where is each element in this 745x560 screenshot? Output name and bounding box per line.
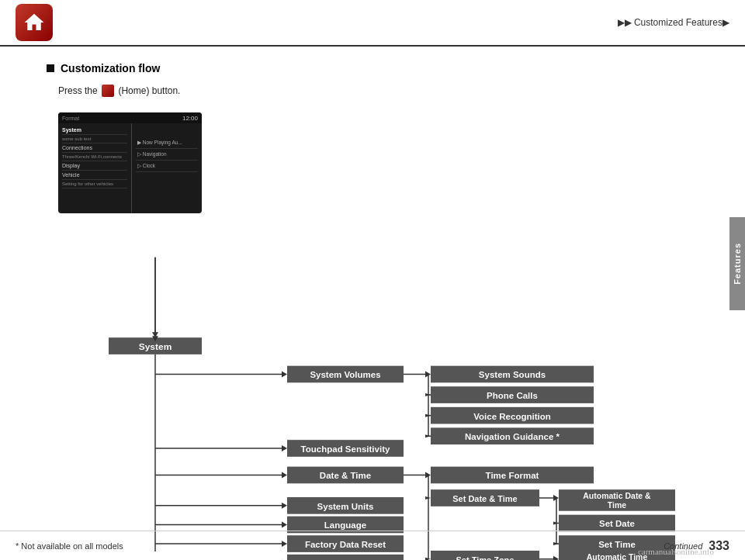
svg-marker-6: [282, 372, 287, 378]
screen-right-now-playing: ▶ Now Playing Au...: [136, 137, 198, 149]
screen-row-veh-sub: Setting for other vehicles: [62, 180, 127, 188]
svg-marker-27: [282, 445, 287, 451]
screen-row-vehicle: Vehicle: [62, 171, 127, 180]
svg-text:Time: Time: [608, 501, 627, 510]
svg-text:Voice Recognition: Voice Recognition: [473, 412, 550, 421]
svg-rect-44: [559, 489, 675, 511]
screen-format: Format: [62, 116, 79, 121]
svg-text:System: System: [139, 341, 172, 352]
svg-text:System Sounds: System Sounds: [479, 370, 546, 379]
svg-rect-11: [431, 366, 594, 383]
home-icon[interactable]: [16, 4, 53, 41]
svg-text:Language: Language: [324, 520, 366, 530]
svg-text:System Volumes: System Volumes: [310, 370, 380, 379]
watermark-text: carmanualsonline.info: [638, 547, 714, 556]
svg-marker-87: [152, 336, 158, 341]
svg-rect-47: [559, 515, 675, 532]
screen-row-system: System: [62, 126, 127, 135]
screen-body: System some sub text Connections Three/K…: [58, 123, 202, 213]
svg-rect-72: [287, 497, 404, 514]
screen-time: 12:00: [182, 115, 198, 122]
svg-text:Time Format: Time Format: [486, 471, 539, 480]
svg-rect-2: [109, 337, 202, 354]
svg-marker-24: [425, 414, 431, 417]
home-svg: [23, 11, 46, 34]
instr1b-text: (Home) button.: [118, 85, 180, 96]
svg-marker-31: [282, 472, 287, 479]
section-title: Customization flow: [47, 62, 160, 74]
svg-marker-1: [152, 332, 158, 337]
footnote: * Not available on all models: [16, 541, 123, 551]
features-sidebar-label: Features: [729, 217, 745, 310]
svg-text:Date & Time: Date & Time: [320, 471, 371, 480]
svg-marker-23: [425, 393, 431, 396]
inline-home-icon: [102, 85, 114, 97]
header: ▶▶ Customized Features▶: [0, 0, 745, 47]
screen-row-connections: Connections: [62, 143, 127, 153]
watermark: carmanualsonline.info: [638, 547, 714, 556]
screen-right: ▶ Now Playing Au... ▷ Navigation ▷ Clock: [136, 137, 198, 172]
svg-marker-25: [425, 434, 431, 437]
screen-row-display: Display: [62, 161, 127, 171]
svg-text:Automatic Date &: Automatic Date &: [583, 492, 651, 500]
svg-rect-7: [287, 366, 404, 383]
screen-right-navigation: ▷ Navigation: [136, 149, 198, 161]
breadcrumb-text: ▶▶ Customized Features▶: [618, 17, 729, 28]
breadcrumb: ▶▶ Customized Features▶: [618, 17, 729, 28]
svg-text:Set Date: Set Date: [599, 519, 635, 528]
svg-text:System Units: System Units: [317, 502, 374, 511]
svg-marker-71: [282, 503, 287, 509]
screen-row-sub: some sub text: [62, 135, 127, 143]
svg-marker-52: [553, 522, 559, 525]
screen-top-bar: Format 12:00: [58, 112, 202, 123]
screen-row-conn-sub: Three/Kenchi Wi-Fi,connects: [62, 153, 127, 161]
svg-rect-15: [431, 407, 594, 424]
screen-left: System some sub text Connections Three/K…: [58, 123, 132, 213]
bullet-square: [47, 64, 54, 72]
svg-marker-75: [282, 522, 287, 528]
screen-right-clock: ▷ Clock: [136, 161, 198, 172]
svg-rect-32: [287, 467, 404, 484]
screen-mockup: Format 12:00 System some sub text Connec…: [58, 112, 202, 213]
instr1-text: Press the: [58, 85, 98, 96]
svg-marker-35: [425, 472, 431, 479]
svg-marker-10: [425, 372, 431, 378]
svg-text:Touchpad Sensitivity: Touchpad Sensitivity: [301, 444, 390, 454]
sidebar-text: Features: [733, 243, 742, 285]
instruction-1: Press the (Home) button.: [58, 85, 180, 98]
footer: * Not available on all models Continued …: [0, 531, 745, 560]
svg-marker-39: [425, 496, 431, 500]
svg-rect-40: [431, 489, 539, 506]
svg-text:Set Date & Time: Set Date & Time: [452, 494, 517, 503]
svg-rect-28: [287, 440, 404, 457]
svg-marker-43: [553, 495, 559, 501]
svg-rect-13: [431, 386, 594, 403]
svg-rect-36: [431, 467, 594, 484]
svg-text:Phone Calls: Phone Calls: [487, 391, 538, 400]
svg-text:Navigation Guidance *: Navigation Guidance *: [465, 432, 560, 441]
main-content: Customization flow Press the (Home) butt…: [0, 54, 729, 529]
title-text: Customization flow: [61, 62, 160, 74]
svg-rect-17: [431, 427, 594, 444]
